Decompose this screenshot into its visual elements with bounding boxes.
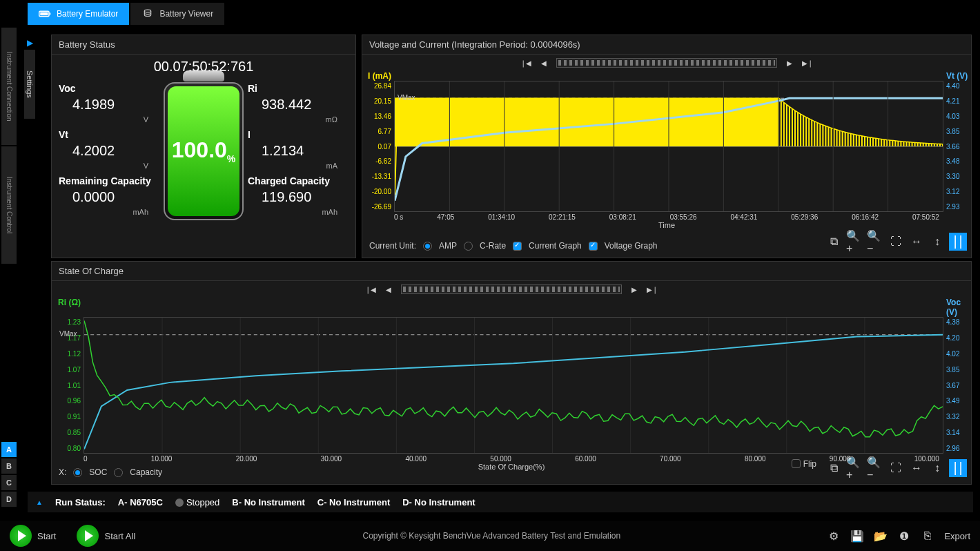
- check-flip[interactable]: [792, 459, 801, 468]
- run-status-title: Run Status:: [55, 497, 106, 508]
- fit-x-icon[interactable]: ↔: [908, 233, 925, 251]
- ri-value: 938.442: [248, 97, 349, 113]
- vi-x-label: Time: [362, 221, 971, 229]
- soc-zoom-out-icon[interactable]: 🔍−: [866, 459, 884, 477]
- remaining-label: Remaining Capacity: [59, 175, 159, 186]
- notifications-icon[interactable]: ❶: [897, 529, 911, 543]
- current-unit-label: Current Unit:: [369, 241, 416, 251]
- soc-zoom-region-icon[interactable]: ⧉: [825, 459, 843, 477]
- zoom-out-icon[interactable]: 🔍−: [866, 233, 884, 251]
- voc-value: 4.1989: [59, 97, 159, 113]
- vi-right-axis-title: Vt (V): [943, 71, 971, 81]
- vi-plot-area[interactable]: VMax: [394, 81, 943, 212]
- soc-scroll-last-icon[interactable]: ▶❘: [647, 284, 658, 295]
- svg-rect-1: [50, 13, 51, 15]
- radio-crate[interactable]: [464, 242, 473, 251]
- zoom-region-icon[interactable]: ⧉: [825, 233, 843, 251]
- zoom-in-icon[interactable]: 🔍+: [845, 233, 863, 251]
- charged-value: 119.690: [248, 189, 349, 205]
- ri-label: Ri: [248, 83, 349, 94]
- run-status-bar: ▲ Run Status: A- N6705C Stopped B- No In…: [28, 492, 973, 512]
- voc-label: Voc: [59, 83, 159, 94]
- start-button[interactable]: [10, 525, 32, 547]
- voc-unit: V: [59, 115, 159, 124]
- time-scrollbar[interactable]: [556, 58, 777, 68]
- scroll-first-icon[interactable]: ❘◀: [520, 57, 531, 68]
- remaining-unit: mAh: [59, 208, 159, 216]
- soc-fit-x-icon[interactable]: ↔: [908, 459, 925, 477]
- fit-y-icon[interactable]: ↕: [928, 233, 946, 251]
- scroll-next-icon[interactable]: ▶: [784, 57, 795, 68]
- ri-unit: mΩ: [248, 115, 349, 124]
- scroll-last-icon[interactable]: ▶❘: [802, 57, 813, 68]
- vi-x-ticks: 0 s47:0501:34:1002:21:1503:08:2103:55:26…: [362, 212, 971, 221]
- soc-scroll-first-icon[interactable]: ❘◀: [365, 284, 376, 295]
- remaining-value: 0.0000: [59, 189, 159, 205]
- vi-right-axis: 4.404.214.033.853.663.483.303.122.93: [943, 81, 971, 212]
- soc-scroll-prev-icon[interactable]: ◀: [383, 284, 394, 295]
- soc-left-axis-title: Ri (Ω): [52, 298, 84, 317]
- rail-channel-d[interactable]: D: [1, 492, 17, 507]
- soc-scroll-next-icon[interactable]: ▶: [629, 284, 640, 295]
- soc-scrollbar[interactable]: [401, 284, 622, 294]
- save-icon[interactable]: 💾: [850, 529, 864, 543]
- i-unit: mA: [248, 162, 349, 170]
- cursor-tool-icon[interactable]: ⎮⎮: [949, 233, 967, 251]
- soc-right-axis: 4.384.204.023.853.673.493.323.142.96: [943, 317, 971, 454]
- open-folder-icon[interactable]: 📂: [874, 529, 888, 543]
- battery-icon: [39, 9, 51, 19]
- tab-battery-viewer[interactable]: Battery Viewer: [130, 3, 224, 25]
- status-dot-stopped-icon: [175, 499, 184, 507]
- i-value: 1.2134: [248, 143, 349, 159]
- vt-value: 4.2002: [59, 143, 159, 159]
- battery-percent: 100.0: [172, 137, 227, 162]
- battery-graphic: 100.0%: [159, 80, 248, 222]
- soc-vmax-label: VMax: [59, 330, 77, 338]
- svg-point-3: [145, 10, 151, 12]
- settings-icon[interactable]: ⚙: [827, 529, 841, 543]
- battery-status-title: Battery Status: [52, 35, 355, 55]
- check-voltage-graph[interactable]: [589, 242, 598, 251]
- radio-soc[interactable]: [73, 468, 82, 477]
- vi-left-axis: 26.8420.1513.466.770.07-6.62-13.31-20.00…: [362, 81, 394, 212]
- database-icon: [141, 9, 154, 19]
- vt-unit: V: [59, 162, 159, 170]
- charged-unit: mAh: [248, 208, 349, 216]
- settings-side-tab[interactable]: Settings: [24, 50, 35, 119]
- rail-channel-c[interactable]: C: [1, 475, 17, 490]
- copyright-text: Copyright © Keysight BenchVue Advanced B…: [156, 531, 827, 541]
- fit-all-icon[interactable]: ⛶: [887, 233, 905, 251]
- scroll-prev-icon[interactable]: ◀: [538, 57, 549, 68]
- soc-x-axis-label: X:: [59, 467, 66, 477]
- i-label: I: [248, 129, 349, 140]
- rail-channel-a[interactable]: A: [1, 442, 17, 457]
- rail-channel-b[interactable]: B: [1, 458, 17, 474]
- vmax-label: VMax: [398, 94, 415, 102]
- soc-zoom-in-icon[interactable]: 🔍+: [845, 459, 863, 477]
- radio-amp[interactable]: [423, 242, 432, 251]
- expand-run-status-icon[interactable]: ▲: [36, 499, 43, 506]
- export-label: Export: [944, 531, 970, 541]
- tab-label: Battery Viewer: [159, 9, 213, 19]
- soc-fit-y-icon[interactable]: ↕: [928, 459, 946, 477]
- vi-left-axis-title: I (mA): [362, 71, 394, 81]
- rail-instrument-control[interactable]: Instrument Control: [1, 146, 17, 264]
- svg-rect-2: [40, 12, 48, 16]
- vt-label: Vt: [59, 129, 159, 140]
- soc-right-axis-title: Voc (V): [943, 298, 971, 317]
- export-icon[interactable]: ⎘: [921, 529, 934, 543]
- soc-title: State Of Charge: [52, 262, 971, 281]
- vi-chart-title: Voltage and Current (Integration Period:…: [362, 35, 971, 55]
- radio-capacity[interactable]: [114, 468, 123, 477]
- expand-settings-icon[interactable]: ▶: [24, 37, 35, 48]
- charged-label: Charged Capacity: [248, 175, 349, 186]
- start-all-button[interactable]: [77, 525, 99, 547]
- rail-instrument-connection[interactable]: Instrument Connection: [1, 28, 17, 145]
- tab-battery-emulator[interactable]: Battery Emulator: [28, 3, 129, 25]
- soc-fit-all-icon[interactable]: ⛶: [887, 459, 905, 477]
- soc-plot-area[interactable]: VMax: [84, 317, 943, 454]
- check-current-graph[interactable]: [513, 242, 522, 251]
- tab-label: Battery Emulator: [57, 9, 118, 19]
- soc-cursor-tool-icon[interactable]: ⎮⎮: [949, 459, 967, 477]
